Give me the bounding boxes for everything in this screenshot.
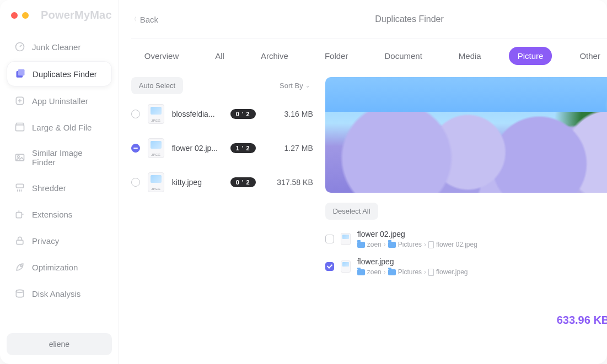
page-title: Duplicates Finder bbox=[375, 14, 444, 24]
tab-other[interactable]: Other bbox=[571, 47, 607, 65]
svg-rect-8 bbox=[16, 213, 22, 218]
sidebar-item-privacy[interactable]: Privacy bbox=[7, 229, 112, 253]
group-checkbox[interactable] bbox=[131, 178, 140, 187]
footer: 633.96 KB CLEAN bbox=[325, 294, 607, 361]
detail-controls: Deselect All Sort By ⌄ bbox=[325, 203, 607, 220]
folder-icon bbox=[357, 269, 365, 275]
sidebar-item-duplicates-finder[interactable]: Duplicates Finder bbox=[7, 61, 112, 86]
group-checkbox[interactable] bbox=[131, 110, 140, 118]
tab-overview[interactable]: Overview bbox=[136, 47, 188, 65]
group-filename: kitty.jpeg bbox=[172, 178, 223, 187]
tab-all[interactable]: All bbox=[206, 47, 233, 65]
group-list-controls: Auto Select Sort By ⌄ bbox=[131, 77, 313, 94]
sidebar-item-disk-analysis[interactable]: Disk Analysis bbox=[7, 281, 112, 306]
file-checkbox[interactable] bbox=[325, 235, 334, 243]
breadcrumb-separator: › bbox=[384, 268, 386, 276]
detail-pane: Deselect All Sort By ⌄ flower 02.jpeg bbox=[325, 77, 607, 364]
breadcrumb-separator: › bbox=[424, 241, 426, 248]
svg-rect-9 bbox=[17, 240, 23, 245]
group-list: blossfeldia... 0 ' 2 3.16 MB flower 02.j… bbox=[131, 104, 313, 192]
group-checkbox[interactable] bbox=[131, 144, 140, 153]
group-sort-button[interactable]: Sort By ⌄ bbox=[280, 82, 310, 90]
sidebar-nav: Junk Cleaner Duplicates Finder App Unins… bbox=[7, 35, 112, 306]
group-size: 1.27 MB bbox=[275, 144, 313, 153]
file-row[interactable]: flower.jpeg zoen › Pictures › flower.jpe… bbox=[325, 255, 607, 278]
count-badge: 0 ' 2 bbox=[230, 109, 256, 119]
sidebar-item-extensions[interactable]: Extensions bbox=[7, 202, 112, 226]
group-filename: blossfeldia... bbox=[172, 110, 223, 118]
sidebar-item-label: Optimization bbox=[32, 263, 78, 272]
close-window-button[interactable] bbox=[11, 12, 18, 19]
svg-point-6 bbox=[18, 156, 19, 157]
deselect-all-button[interactable]: Deselect All bbox=[325, 203, 378, 220]
topbar: 〈 Back Duplicates Finder ? bbox=[131, 10, 607, 29]
file-icon bbox=[428, 269, 434, 276]
file-icon bbox=[428, 241, 434, 248]
path-segment: zoen bbox=[367, 241, 382, 248]
breadcrumb-separator: › bbox=[424, 268, 426, 276]
sidebar-item-large-old-file[interactable]: Large & Old File bbox=[7, 115, 112, 139]
svg-rect-4 bbox=[16, 125, 24, 131]
tab-folder[interactable]: Folder bbox=[316, 47, 357, 65]
count-badge: 0 ' 2 bbox=[230, 177, 256, 187]
image-icon bbox=[14, 152, 25, 163]
sidebar-item-junk-cleaner[interactable]: Junk Cleaner bbox=[7, 35, 112, 59]
rocket-icon bbox=[14, 262, 25, 273]
file-info: flower 02.jpeg zoen › Pictures › flower … bbox=[357, 230, 607, 248]
group-row[interactable]: blossfeldia... 0 ' 2 3.16 MB bbox=[131, 104, 313, 124]
lock-icon bbox=[14, 235, 25, 246]
plugin-icon bbox=[14, 209, 25, 220]
minimize-window-button[interactable] bbox=[22, 12, 29, 19]
file-row[interactable]: flower 02.jpeg zoen › Pictures › flower … bbox=[325, 227, 607, 251]
tab-archive[interactable]: Archive bbox=[252, 47, 297, 65]
folder-icon bbox=[388, 269, 396, 275]
jpeg-thumbnail-icon bbox=[148, 172, 164, 192]
main-content: 〈 Back Duplicates Finder ? Overview All … bbox=[119, 0, 607, 364]
breadcrumb-separator: › bbox=[384, 241, 386, 248]
file-info: flower.jpeg zoen › Pictures › flower.jpe… bbox=[357, 257, 607, 276]
file-checkbox[interactable] bbox=[325, 262, 334, 271]
sidebar-item-label: Shredder bbox=[32, 183, 66, 193]
sidebar-item-label: Junk Cleaner bbox=[32, 42, 80, 52]
disk-icon bbox=[14, 288, 25, 299]
chevron-down-icon: ⌄ bbox=[305, 83, 310, 89]
count-badge: 1 ' 2 bbox=[230, 143, 256, 153]
window-controls: PowerMyMac bbox=[7, 9, 112, 21]
user-account[interactable]: eliene bbox=[7, 333, 112, 355]
group-row[interactable]: flower 02.jp... 1 ' 2 1.27 MB bbox=[131, 138, 313, 158]
gauge-icon bbox=[14, 41, 25, 52]
folder-icon bbox=[357, 242, 365, 248]
sidebar-item-label: Privacy bbox=[32, 236, 59, 246]
app-brand: PowerMyMac bbox=[41, 9, 112, 21]
image-preview bbox=[325, 77, 607, 193]
sidebar-item-optimization[interactable]: Optimization bbox=[7, 255, 112, 279]
sidebar-item-app-uninstaller[interactable]: App Uninstaller bbox=[7, 89, 112, 113]
sidebar-item-similar-image-finder[interactable]: Similar Image Finder bbox=[7, 142, 112, 173]
tab-media[interactable]: Media bbox=[450, 47, 490, 65]
back-button[interactable]: 〈 Back bbox=[131, 15, 158, 24]
folder-icon bbox=[388, 242, 396, 248]
svg-point-10 bbox=[20, 265, 22, 267]
tab-document[interactable]: Document bbox=[375, 47, 431, 65]
sidebar-item-shredder[interactable]: Shredder bbox=[7, 176, 112, 200]
tab-picture[interactable]: Picture bbox=[509, 47, 552, 65]
auto-select-button[interactable]: Auto Select bbox=[131, 77, 184, 94]
duplicates-icon bbox=[15, 68, 26, 79]
svg-point-11 bbox=[16, 290, 23, 292]
group-filename: flower 02.jp... bbox=[172, 144, 223, 153]
jpeg-thumbnail-icon bbox=[341, 260, 351, 273]
group-row[interactable]: kitty.jpeg 0 ' 2 317.58 KB bbox=[131, 172, 313, 192]
sidebar-item-label: Similar Image Finder bbox=[32, 148, 104, 167]
file-name: flower 02.jpeg bbox=[357, 230, 607, 238]
group-size: 317.58 KB bbox=[275, 178, 313, 187]
sidebar-item-label: Disk Analysis bbox=[32, 289, 80, 298]
back-label: Back bbox=[140, 15, 158, 24]
path-segment: Pictures bbox=[398, 268, 422, 276]
group-size: 3.16 MB bbox=[275, 110, 313, 118]
file-list: flower 02.jpeg zoen › Pictures › flower … bbox=[325, 227, 607, 278]
group-list-pane: Auto Select Sort By ⌄ blossfeldia... 0 '… bbox=[131, 77, 313, 364]
app-icon bbox=[14, 95, 25, 106]
filter-tabs: Overview All Archive Folder Document Med… bbox=[131, 47, 607, 65]
jpeg-thumbnail-icon bbox=[148, 138, 164, 158]
path-segment: flower.jpeg bbox=[436, 268, 468, 276]
